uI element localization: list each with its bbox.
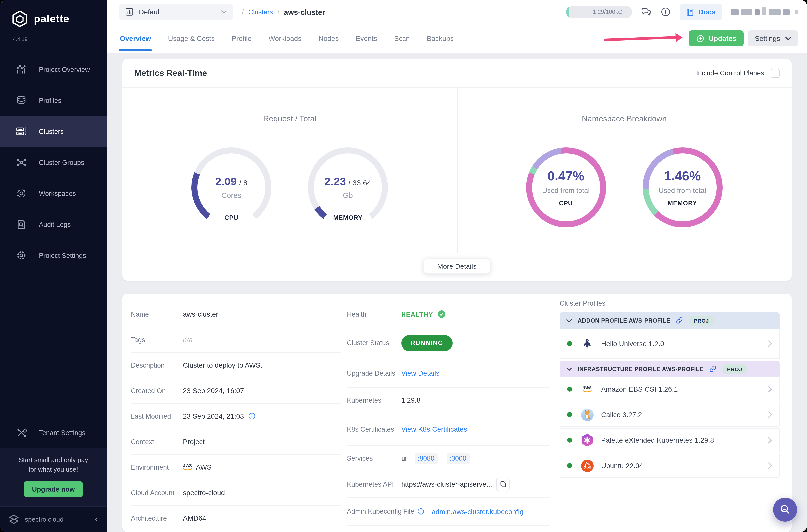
brand-logo: palette bbox=[0, 0, 107, 28]
sidebar-item-project-settings[interactable]: Project Settings bbox=[0, 240, 107, 271]
tab-backups[interactable]: Backups bbox=[426, 24, 455, 53]
detail-row-services: Services ui :8080 :3000 bbox=[347, 445, 550, 471]
sidebar-item-label: Project Overview bbox=[39, 66, 90, 73]
detail-row-upgrade-details: Upgrade Details View Details bbox=[347, 359, 550, 388]
sidebar-item-cluster-groups[interactable]: Cluster Groups bbox=[0, 147, 107, 178]
pack-status-dot bbox=[567, 341, 572, 346]
namespace-cpu-ring: 0.47% Used from total CPU bbox=[526, 147, 606, 227]
upgrade-now-button[interactable]: Upgrade now bbox=[24, 481, 83, 497]
sidebar-item-label: Tenant Settings bbox=[39, 429, 86, 437]
proj-scope-badge: PROJ bbox=[689, 316, 714, 325]
link-icon[interactable] bbox=[709, 365, 716, 373]
updates-button[interactable]: Updates bbox=[689, 31, 744, 46]
namespace-memory-percent: 1.46% bbox=[664, 168, 700, 184]
cluster-tabs-row: Overview Usage & Costs Profile Workloads… bbox=[107, 24, 807, 53]
chat-icon[interactable] bbox=[641, 6, 652, 18]
sidebar-item-profiles[interactable]: Profiles bbox=[0, 85, 107, 116]
namespace-breakdown-panel: Namespace Breakdown 0.47% Used from tota… bbox=[457, 88, 791, 253]
search-fab-button[interactable] bbox=[773, 497, 797, 521]
tab-scan[interactable]: Scan bbox=[393, 24, 411, 53]
spectro-cloud-logo-icon bbox=[8, 513, 20, 525]
sidebar-nav: Project Overview Profiles Clusters Clust… bbox=[0, 54, 107, 271]
pack-status-dot bbox=[567, 412, 572, 417]
chevron-down-icon bbox=[566, 367, 572, 371]
main-area: Default / Clusters / aws-cluster 1.29/10… bbox=[107, 0, 807, 532]
namespace-cpu-percent: 0.47% bbox=[547, 168, 584, 184]
cpu-gauge-label: CPU bbox=[191, 214, 271, 221]
aws-icon: aws bbox=[581, 382, 594, 395]
profile-pack-hello-universe[interactable]: Hello Universe 1.2.0 bbox=[560, 329, 780, 359]
view-details-link[interactable]: View Details bbox=[401, 369, 440, 377]
cpu-gauge-values: 2.09 / 8 Cores bbox=[198, 153, 265, 221]
tab-overview[interactable]: Overview bbox=[119, 24, 152, 53]
proj-scope-badge: PROJ bbox=[722, 364, 747, 374]
orbit-icon bbox=[16, 188, 27, 199]
compass-icon[interactable] bbox=[660, 6, 671, 18]
detail-row-cloud-account: Cloud Account spectro-cloud bbox=[131, 480, 341, 506]
tab-events[interactable]: Events bbox=[355, 24, 378, 53]
pack-status-dot bbox=[567, 386, 572, 392]
detail-row-kubernetes: Kubernetes 1.29.8 bbox=[347, 388, 550, 413]
tab-usage-costs[interactable]: Usage & Costs bbox=[167, 24, 216, 53]
docs-button[interactable]: Docs bbox=[680, 4, 722, 20]
infrastructure-profile-header[interactable]: INFRASTRUCTURE PROFILE AWS-PROFILE PROJ bbox=[560, 361, 780, 377]
book-icon bbox=[686, 8, 695, 16]
info-icon[interactable] bbox=[248, 412, 256, 420]
info-icon[interactable] bbox=[417, 508, 425, 515]
tools-icon bbox=[16, 428, 27, 438]
sidebar-item-label: Project Settings bbox=[39, 251, 86, 259]
redacted-user-info bbox=[731, 9, 798, 15]
addon-profile-header[interactable]: ADDON PROFILE AWS-PROFILE PROJ bbox=[560, 312, 780, 329]
cpu-request-value: 2.09 bbox=[215, 175, 237, 188]
breadcrumb-current: aws-cluster bbox=[284, 8, 325, 16]
profile-pack-amazon-ebs-csi[interactable]: aws Amazon EBS CSI 1.26.1 bbox=[560, 377, 780, 401]
sidebar-item-clusters[interactable]: Clusters bbox=[0, 116, 107, 147]
sidebar-item-audit-logs[interactable]: Audit Logs bbox=[0, 209, 107, 240]
memory-gauge-label: MEMORY bbox=[308, 214, 388, 221]
sidebar-item-workspaces[interactable]: Workspaces bbox=[0, 178, 107, 209]
sidebar-item-tenant-settings[interactable]: Tenant Settings bbox=[0, 417, 107, 448]
breadcrumb-clusters-link[interactable]: Clusters bbox=[248, 8, 273, 16]
cluster-profiles-panel: Cluster Profiles ADDON PROFILE AWS-PROFI… bbox=[560, 300, 780, 479]
tab-profile[interactable]: Profile bbox=[231, 24, 252, 53]
profile-pack-calico[interactable]: Calico 3.27.2 bbox=[560, 403, 780, 426]
detail-row-cluster-status: Cluster Status RUNNING bbox=[347, 327, 550, 359]
tab-workloads[interactable]: Workloads bbox=[267, 24, 303, 53]
details-middle-column: Health HEALTHY Cluster Status RUNNING Up… bbox=[347, 302, 550, 526]
profile-pack-ubuntu[interactable]: Ubuntu 22.04 bbox=[560, 454, 780, 478]
infrastructure-profile-title: INFRASTRUCTURE PROFILE AWS-PROFILE bbox=[578, 366, 703, 372]
project-selector-dropdown[interactable]: Default bbox=[119, 4, 233, 20]
view-k8s-certificates-link[interactable]: View K8s Certificates bbox=[401, 425, 467, 433]
magnifier-smile-icon bbox=[778, 503, 791, 516]
settings-button[interactable]: Settings bbox=[748, 31, 798, 46]
cluster-actions: Updates Settings bbox=[604, 31, 798, 46]
include-control-planes-checkbox[interactable] bbox=[771, 69, 780, 78]
metrics-card-body: Request / Total 2.09 / 8 Cores bbox=[123, 88, 791, 253]
annotation-arrow bbox=[604, 36, 677, 41]
brand-name: palette bbox=[34, 13, 70, 25]
namespace-breakdown-title: Namespace Breakdown bbox=[457, 114, 791, 124]
collapse-sidebar-icon[interactable]: ‹ bbox=[95, 514, 98, 525]
settings-label: Settings bbox=[755, 35, 780, 42]
link-icon[interactable] bbox=[676, 317, 683, 324]
sidebar-item-project-overview[interactable]: Project Overview bbox=[0, 54, 107, 85]
detail-row-created-on: Created On 23 Sep 2024, 16:07 bbox=[131, 378, 341, 404]
memory-gauge-values: 2.23 / 33.64 Gb bbox=[314, 153, 382, 221]
top-bar-right: 1.29/100kCh Docs bbox=[566, 4, 798, 20]
service-port-8080-link[interactable]: :8080 bbox=[415, 453, 438, 463]
namespace-memory-caption: Used from total bbox=[659, 186, 706, 194]
project-icon bbox=[125, 7, 134, 17]
running-status-badge: RUNNING bbox=[401, 335, 453, 351]
detail-row-name: Name aws-cluster bbox=[131, 302, 341, 327]
more-details-button[interactable]: More Details bbox=[423, 258, 490, 274]
detail-row-context: Context Project bbox=[131, 429, 341, 455]
kubeconfig-file-link[interactable]: admin.aws-cluster.kubeconfig bbox=[432, 507, 523, 515]
sidebar-footer: spectro cloud ‹ bbox=[0, 506, 107, 532]
profile-pack-palette-extended-kubernetes[interactable]: Palette eXtended Kubernetes 1.29.8 bbox=[560, 428, 780, 452]
detail-row-kubernetes-api: Kubernetes API https://aws-cluster-apise… bbox=[347, 471, 550, 497]
tab-nodes[interactable]: Nodes bbox=[317, 24, 340, 53]
addon-profile-group: ADDON PROFILE AWS-PROFILE PROJ Hello Uni… bbox=[560, 312, 780, 359]
service-port-3000-link[interactable]: :3000 bbox=[447, 453, 469, 463]
copy-button[interactable] bbox=[496, 477, 510, 491]
chevron-right-icon bbox=[768, 462, 772, 469]
